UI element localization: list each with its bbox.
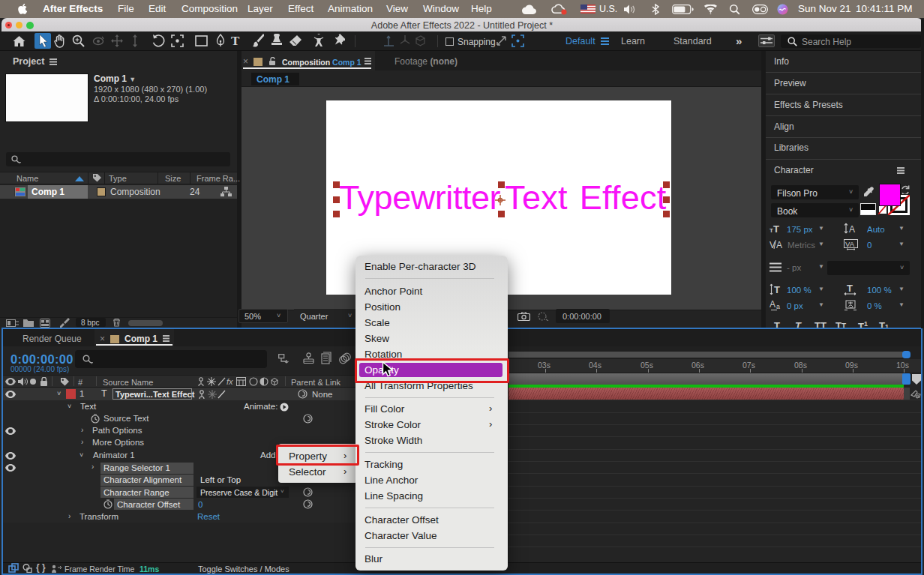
svg-text:A: A: [849, 224, 855, 234]
svg-text:A: A: [770, 299, 776, 310]
svg-text:T: T: [774, 284, 780, 295]
svg-text:a: a: [776, 303, 780, 310]
svg-text:A: A: [776, 240, 782, 250]
svg-text:T: T: [847, 283, 853, 294]
svg-text:VA: VA: [845, 240, 855, 248]
